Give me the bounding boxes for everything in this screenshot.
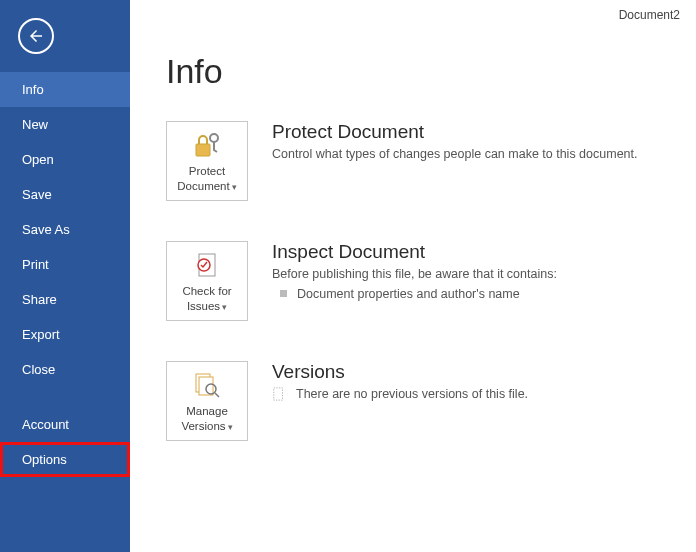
back-button[interactable] — [18, 18, 54, 54]
section-inspect: Check for Issues▾ Inspect Document Befor… — [166, 241, 696, 321]
nav-item-info[interactable]: Info — [0, 72, 130, 107]
nav-item-export[interactable]: Export — [0, 317, 130, 352]
svg-rect-5 — [199, 377, 213, 395]
page-title: Info — [166, 52, 696, 91]
arrow-left-icon — [27, 27, 45, 45]
check-issues-tile[interactable]: Check for Issues▾ — [166, 241, 248, 321]
tile-label: Issues — [187, 300, 220, 312]
bullet-icon — [280, 290, 287, 297]
manage-versions-tile[interactable]: Manage Versions▾ — [166, 361, 248, 441]
lock-key-icon — [171, 130, 243, 160]
nav-top: Info New Open Save Save As Print Share E… — [0, 72, 130, 477]
section-heading: Inspect Document — [272, 241, 557, 263]
section-versions: Manage Versions▾ Versions There are no p… — [166, 361, 696, 441]
nav-item-new[interactable]: New — [0, 107, 130, 142]
svg-rect-0 — [196, 144, 210, 156]
backstage-sidebar: Info New Open Save Save As Print Share E… — [0, 0, 130, 552]
nav-item-print[interactable]: Print — [0, 247, 130, 282]
tile-label: Manage — [186, 405, 228, 417]
protect-document-tile[interactable]: Protect Document▾ — [166, 121, 248, 201]
versions-text: There are no previous versions of this f… — [296, 387, 528, 401]
chevron-down-icon: ▾ — [222, 302, 227, 312]
content-area: Document2 Info Protect Document▾ Protect… — [130, 0, 696, 552]
section-heading: Protect Document — [272, 121, 638, 143]
nav-item-save-as[interactable]: Save As — [0, 212, 130, 247]
section-protect: Protect Document▾ Protect Document Contr… — [166, 121, 696, 201]
section-desc: Before publishing this file, be aware th… — [272, 267, 557, 281]
bullet-text: Document properties and author's name — [297, 287, 520, 301]
tile-label: Versions — [181, 420, 225, 432]
section-heading: Versions — [272, 361, 528, 383]
nav-item-account[interactable]: Account — [0, 407, 130, 442]
chevron-down-icon: ▾ — [232, 182, 237, 192]
nav-item-open[interactable]: Open — [0, 142, 130, 177]
file-icon — [272, 387, 286, 401]
svg-point-1 — [210, 134, 218, 142]
nav-item-share[interactable]: Share — [0, 282, 130, 317]
document-title: Document2 — [619, 8, 680, 22]
nav-item-close[interactable]: Close — [0, 352, 130, 387]
tile-label: Protect — [189, 165, 225, 177]
document-stack-magnify-icon — [171, 370, 243, 400]
svg-line-7 — [215, 393, 219, 397]
svg-rect-8 — [274, 388, 283, 400]
chevron-down-icon: ▾ — [228, 422, 233, 432]
inspect-bullet: Document properties and author's name — [280, 287, 557, 301]
tile-label: Check for — [182, 285, 231, 297]
versions-row: There are no previous versions of this f… — [272, 387, 528, 401]
nav-item-options[interactable]: Options — [0, 442, 130, 477]
section-desc: Control what types of changes people can… — [272, 147, 638, 161]
nav-item-save[interactable]: Save — [0, 177, 130, 212]
document-checklist-icon — [171, 250, 243, 280]
tile-label: Document — [177, 180, 229, 192]
